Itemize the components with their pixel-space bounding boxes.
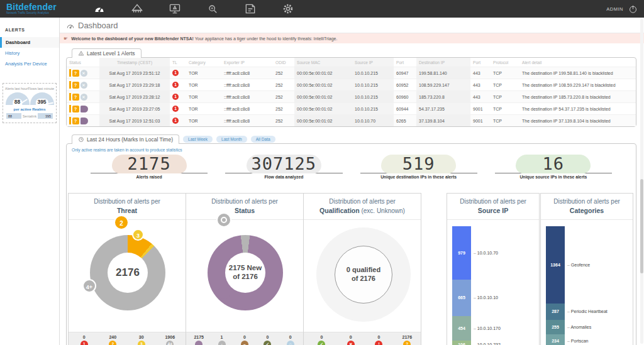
logo-subtitle: Network Traffic Security Analytics — [6, 12, 57, 15]
threat-level-badge: 1 — [172, 118, 179, 124]
unknown-qualification-icon: ? — [72, 70, 79, 77]
settings-icon[interactable] — [282, 3, 294, 15]
threat-total: 2176 — [108, 253, 148, 293]
new-status-icon — [80, 106, 88, 112]
threat-level-badge: 1 — [172, 94, 179, 100]
warning-triangle-icon — [78, 50, 84, 57]
source-ip-stacked-bar: 97910.0.10.7066510.0.10.1045410.0.10.170… — [447, 220, 539, 345]
categories-stacked-bar: 1364Geofence287Periodic Heartbeat255Anom… — [541, 220, 633, 345]
alert-row[interactable]: ?✕Sat Aug 17 2019 23:29:181TOR::ffff:ac8… — [67, 79, 636, 91]
alerts-gauge: 88 — [6, 92, 30, 105]
timestamp-cell: Sat Aug 17 2019 23:27:05 — [99, 103, 170, 115]
device-alerts-icon[interactable] — [169, 3, 181, 15]
bar-segment[interactable]: 234 — [546, 334, 565, 345]
dashboard-header-icon — [66, 21, 75, 30]
legend-item-tl4+[interactable]: 19064+TL4+ — [162, 335, 178, 345]
threat-level-bar — [69, 117, 71, 124]
tab-last-week[interactable]: Last Week — [183, 136, 213, 143]
dashboard-icon[interactable] — [93, 3, 106, 15]
bar-label: Anomalies — [567, 325, 591, 329]
column-header: Port — [394, 58, 416, 67]
category-cell: TOR — [186, 67, 221, 79]
bar-segment[interactable]: 665 — [452, 280, 471, 316]
sidebar-item-analysis-per-device[interactable]: Analysis Per Device — [0, 58, 59, 69]
realms-icon[interactable] — [131, 3, 143, 15]
tab-last-month[interactable]: Last Month — [216, 136, 247, 143]
reports-icon[interactable] — [244, 3, 257, 15]
legend-color-icon: 4+ — [166, 341, 174, 345]
tab-all-data[interactable]: All Data — [251, 136, 275, 143]
alert-row[interactable]: ?Sat Aug 17 2019 12:51:031TOR::ffff:ac8:… — [67, 115, 636, 127]
alerts-gauge-value: 88 — [13, 99, 22, 105]
tiger-hint-icon: ☛ — [64, 36, 68, 41]
stat-card: 16Unique source IPs in these alerts — [495, 155, 612, 179]
chart-title-bold: Threat — [70, 206, 184, 215]
alert-row[interactable]: ?✕Sat Aug 17 2019 23:28:121TOR::ffff:ac8… — [67, 91, 636, 103]
page-header: Dashboard — [60, 18, 644, 33]
chart-title-prefix: Distribution of alerts per — [542, 197, 631, 206]
column-header: Destination IP — [416, 58, 470, 67]
column-header: Source MAC — [294, 58, 352, 67]
threat-level-badge: 1 — [172, 70, 179, 76]
legend-item-investig-[interactable]: 0–Investig. — [236, 335, 253, 345]
chart-title-bold: Status — [187, 206, 302, 215]
bar-segment[interactable]: 287 — [546, 304, 565, 320]
bar-segment[interactable]: 979 — [452, 226, 471, 280]
alert-row[interactable]: ?Sat Aug 17 2019 23:27:051TOR::ffff:ac8:… — [67, 103, 636, 115]
power-icon[interactable] — [628, 4, 638, 14]
bar-segment[interactable]: 1364 — [546, 226, 565, 304]
chart-panel-categories: Distribution of alerts per Categories 13… — [540, 193, 633, 345]
bar-row: 10610.0.10.232 — [452, 341, 536, 345]
per-active-realms-label: per active Realms — [5, 107, 54, 111]
sidebar: ALERTS DashboardHistoryAnalysis Per Devi… — [0, 18, 60, 345]
tab-latest-level1-alerts-label: Latest Level 1 Alerts — [87, 49, 135, 58]
sidebar-item-dashboard[interactable]: Dashboard — [0, 37, 59, 48]
flows-last-minute-label: Flows last minute — [28, 87, 54, 90]
bar-label: Portscan — [567, 339, 588, 343]
column-header: Category — [186, 58, 221, 67]
bar-segment[interactable]: 106 — [452, 341, 471, 345]
legend-item-seen[interactable]: 1◦Seen — [214, 335, 230, 345]
legend-item-false-positive[interactable]: 0✓False positive — [308, 335, 335, 345]
legend-item-dismis-[interactable]: 0○Dismis. — [282, 335, 299, 345]
bar-row: 66510.0.10.10 — [452, 280, 536, 316]
threat-level-badge: 1 — [172, 106, 179, 112]
tab-latest-level1-alerts[interactable]: Latest Level 1 Alerts — [72, 48, 142, 58]
legend-item-malicious[interactable]: 0✕Malicious — [341, 335, 360, 345]
alert-row[interactable]: ?✕Sat Aug 17 2019 23:51:121TOR::ffff:ac8… — [67, 67, 636, 79]
threat-badge-4plus: 4+ — [82, 279, 96, 293]
legend-item-handled[interactable]: 0✓Handled — [259, 335, 275, 345]
legend-color-icon: ? — [403, 341, 411, 345]
bar-label: Geofence — [567, 263, 590, 267]
status-icons: ? — [69, 105, 97, 112]
legend-item-unknown[interactable]: 2176?Unknown — [398, 335, 416, 345]
alerts-last-hour-label: Alerts last hour — [5, 87, 28, 90]
bar-segment[interactable]: 454 — [452, 316, 471, 341]
legend-color-icon: 3 — [138, 341, 145, 345]
alert-detail-cell: The destination IP 37.139.8.104 is black… — [519, 115, 636, 127]
bar-label: Periodic Heartbeat — [567, 309, 608, 314]
sidebar-item-history[interactable]: History — [0, 48, 59, 58]
admin-menu[interactable]: ADMIN — [606, 6, 623, 12]
legend-item-tl1[interactable]: 01TL1 — [76, 335, 92, 345]
stat-value: 307125 — [225, 155, 342, 173]
legend-item-gdpr-threat[interactable]: 0!GDPR threat — [366, 335, 391, 345]
realm-name: Sentalink — [23, 114, 36, 118]
legend-item-tl2[interactable]: 2402TL2 — [104, 335, 121, 345]
tab-last-24-hours[interactable]: Last 24 Hours (Marks In Local Time) — [72, 134, 179, 144]
bitdefender-logo: Bitdefender Network Traffic Security Ana… — [6, 3, 57, 15]
bar-segment[interactable]: 255 — [546, 320, 565, 334]
sidebar-section-title: ALERTS — [5, 28, 59, 32]
status-donut[interactable]: 2175 New of 2176 — [208, 235, 283, 310]
legend-item-tl3[interactable]: 303TL3 — [133, 335, 150, 345]
legend-color-icon: ✓ — [264, 341, 271, 345]
scrollbar-thumb[interactable] — [640, 179, 643, 273]
threat-badge-3: 3 — [132, 229, 144, 241]
legend-color-icon — [195, 341, 203, 345]
legend-color-icon: – — [241, 341, 248, 345]
legend-item-new[interactable]: 2175New — [191, 335, 207, 345]
threat-donut[interactable]: 2176 — [90, 235, 165, 310]
column-header: Alert detail — [519, 58, 636, 67]
threat-hunting-icon[interactable] — [206, 3, 219, 15]
chart-title-status: Distribution of alerts per Status — [186, 194, 303, 220]
